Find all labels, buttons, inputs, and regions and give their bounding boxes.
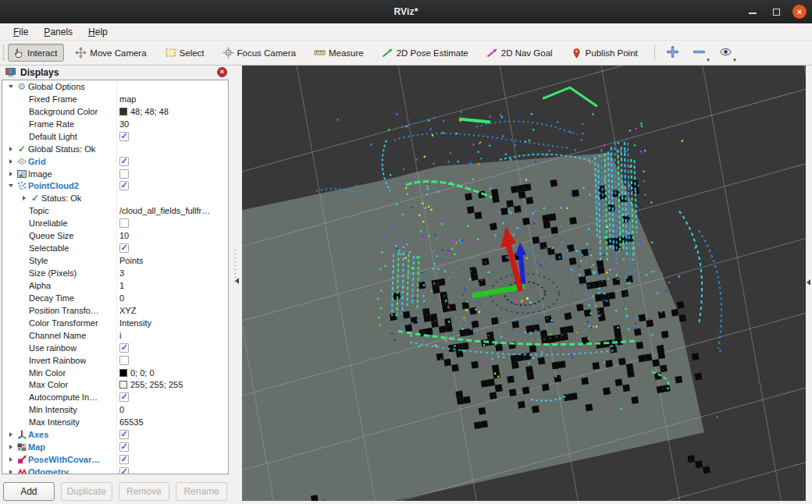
tree-row-odometry[interactable]: Odometry✓ (2, 466, 228, 474)
tree-row-min-intensity[interactable]: Min Intensity0 (2, 403, 228, 416)
tree-row-color-transformer[interactable]: Color TransformerIntensity (2, 317, 228, 329)
tree-row-topic[interactable]: Topic/cloud_all_fields_fullfr… (2, 204, 228, 217)
tree-row-channel-name[interactable]: Channel Namei (2, 329, 228, 342)
expander-icon[interactable] (5, 147, 16, 151)
tree-row-min-color[interactable]: Min Color0; 0; 0 (2, 367, 228, 379)
tree-row-value[interactable]: ✓ (119, 442, 129, 452)
expander-icon[interactable] (5, 445, 16, 449)
add-button[interactable]: Add (3, 482, 55, 501)
tree-row-global-options[interactable]: ⚙Global Options (2, 80, 228, 93)
toolbar-drag-handle[interactable] (2, 45, 5, 61)
tree-row-posewithcovar[interactable]: PoseWithCovar…✓ (2, 453, 228, 466)
tree-row-background-color[interactable]: Background Color48; 48; 48 (2, 105, 228, 118)
checkbox-checked[interactable]: ✓ (119, 181, 129, 190)
tree-row-value[interactable] (119, 169, 129, 179)
tool-select[interactable]: Select (160, 44, 212, 62)
tree-row-value[interactable]: 65535 (119, 417, 144, 427)
tree-row-value[interactable]: ✓ (119, 430, 129, 439)
tree-row-value[interactable]: 3 (119, 268, 124, 278)
tree-row-position-transfo[interactable]: Position Transfo…XYZ (2, 304, 228, 317)
tree-row-value[interactable]: ✓ (119, 157, 129, 166)
checkbox-checked[interactable]: ✓ (119, 430, 129, 439)
tree-row-size-pixels[interactable]: Size (Pixels)3 (2, 267, 228, 279)
tree-row-max-intensity[interactable]: Max Intensity65535 (2, 416, 228, 428)
tree-row-value[interactable]: ✓ (119, 243, 129, 253)
expander-icon[interactable] (5, 470, 16, 474)
tool-focus-camera[interactable]: Focus Camera (218, 44, 303, 62)
displays-panel-close-button[interactable]: × (217, 67, 227, 77)
tree-row-value[interactable]: Intensity (119, 318, 151, 328)
tree-row-value[interactable]: /cloud_all_fields_fullfr… (119, 206, 210, 215)
checkbox-checked[interactable]: ✓ (119, 157, 129, 166)
tool-publish-point[interactable]: Publish Point (566, 44, 645, 62)
tree-row-map[interactable]: Map✓ (2, 441, 228, 453)
expander-icon[interactable] (5, 172, 16, 176)
checkbox-unchecked[interactable] (119, 169, 129, 179)
tree-row-status-ok[interactable]: ✓Status: Ok (2, 192, 228, 204)
tree-row-image[interactable]: Image (2, 168, 228, 180)
menu-file[interactable]: File (6, 25, 35, 39)
tree-row-value[interactable]: ✓ (119, 181, 129, 190)
tree-row-queue-size[interactable]: Queue Size10 (2, 229, 228, 242)
checkbox-checked[interactable]: ✓ (119, 343, 129, 353)
tree-row-value[interactable]: 10 (119, 231, 129, 240)
tool-2d-pose-estimate[interactable]: 2D Pose Estimate (377, 44, 475, 62)
tree-row-value[interactable]: 0 (119, 293, 124, 303)
tree-row-axes[interactable]: Axes✓ (2, 428, 228, 441)
checkbox-unchecked[interactable] (119, 218, 129, 228)
tool-measure[interactable]: Measure (309, 44, 371, 62)
checkbox-checked[interactable]: ✓ (119, 442, 129, 452)
checkbox-checked[interactable]: ✓ (119, 392, 129, 402)
tree-row-value[interactable]: ✓ (119, 132, 129, 141)
panel-splitter[interactable] (230, 66, 242, 504)
close-button[interactable]: × (792, 4, 807, 20)
tree-row-selectable[interactable]: Selectable✓ (2, 242, 228, 254)
tree-row-fixed-frame[interactable]: Fixed Framemap (2, 93, 228, 105)
tree-row-grid[interactable]: Grid✓ (2, 155, 228, 168)
tree-row-value[interactable]: 255; 255; 255 (119, 380, 183, 389)
tree-row-alpha[interactable]: Alpha1 (2, 279, 228, 292)
tree-row-value[interactable]: 30 (119, 119, 129, 129)
tree-row-frame-rate[interactable]: Frame Rate30 (2, 118, 228, 130)
tree-row-value[interactable]: ✓ (119, 467, 129, 474)
tree-row-use-rainbow[interactable]: Use rainbow✓ (2, 342, 228, 354)
expander-icon[interactable] (5, 85, 16, 88)
tree-row-autocompute-in[interactable]: Autocompute In…✓ (2, 391, 228, 403)
tree-row-value[interactable]: XYZ (119, 306, 136, 315)
tool-visibility[interactable]: ▾ (716, 44, 736, 62)
expander-icon[interactable] (5, 184, 16, 187)
menu-help[interactable]: Help (81, 25, 115, 39)
tree-row-value[interactable]: i (119, 331, 121, 340)
tree-row-value[interactable]: ✓ (119, 392, 129, 402)
tool-interact[interactable]: Interact (8, 44, 64, 62)
tree-row-value[interactable]: ✓ (119, 455, 129, 464)
tree-row-decay-time[interactable]: Decay Time0 (2, 292, 228, 304)
minimize-button[interactable] (745, 4, 760, 20)
tool-remove-tool[interactable]: ▾ (689, 44, 710, 62)
tool-add-tool[interactable] (663, 44, 683, 62)
checkbox-checked[interactable]: ✓ (119, 455, 129, 464)
tree-row-global-status-ok[interactable]: ✓Global Status: Ok (2, 143, 228, 155)
tree-row-default-light[interactable]: Default Light✓ (2, 130, 228, 143)
tool-move-camera[interactable]: Move Camera (70, 44, 153, 62)
tree-row-value[interactable]: map (119, 94, 136, 104)
tree-row-value[interactable]: Points (119, 256, 144, 265)
tree-row-style[interactable]: StylePoints (2, 254, 228, 267)
expander-icon[interactable] (19, 196, 29, 201)
menu-panels[interactable]: Panels (37, 25, 80, 39)
checkbox-unchecked[interactable] (119, 356, 129, 365)
checkbox-checked[interactable]: ✓ (119, 467, 129, 474)
tree-row-value[interactable] (119, 218, 129, 228)
tree-row-pointcloud2[interactable]: PointCloud2✓ (2, 180, 228, 193)
checkbox-checked[interactable]: ✓ (119, 132, 129, 141)
tree-row-value[interactable] (119, 356, 129, 365)
right-panel-splitter[interactable] (806, 66, 812, 504)
checkbox-checked[interactable]: ✓ (119, 243, 129, 253)
expander-icon[interactable] (5, 159, 16, 164)
render-view[interactable] (242, 66, 806, 504)
tree-row-value[interactable]: 1 (119, 281, 124, 290)
maximize-button[interactable] (768, 4, 784, 20)
expander-icon[interactable] (5, 432, 16, 437)
tree-row-max-color[interactable]: Max Color255; 255; 255 (2, 379, 228, 392)
tree-row-invert-rainbow[interactable]: Invert Rainbow (2, 354, 228, 367)
